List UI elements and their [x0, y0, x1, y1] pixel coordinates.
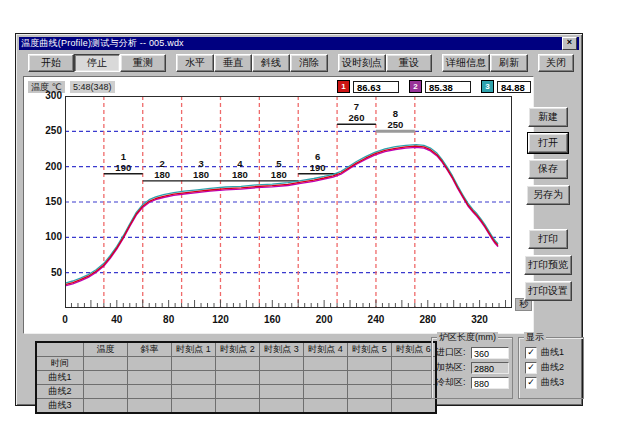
x-axis-tick-label: 240: [360, 314, 392, 325]
inlet-zone-field[interactable]: 360: [471, 347, 509, 359]
cooling-zone-field[interactable]: 880: [471, 377, 509, 389]
table-cell: [84, 385, 128, 399]
curve1-row: ✓曲线1: [525, 346, 564, 359]
measurement-table: 温度斜率时刻点 1时刻点 2时刻点 3时刻点 4时刻点 5时刻点 6时间曲线1曲…: [35, 341, 437, 414]
table-cell: [128, 385, 172, 399]
x-axis-tick-label: 160: [256, 314, 288, 325]
x-axis-tick-label: 0: [49, 314, 81, 325]
heating-zone-row: 加热区:2880: [436, 361, 509, 374]
curve3-checkbox-label: 曲线3: [541, 376, 564, 389]
curve1-checkbox[interactable]: ✓: [525, 347, 537, 359]
table-cell: [348, 357, 392, 371]
side-button-print-preview[interactable]: 打印预览: [524, 255, 572, 275]
channel-2-swatch: 2: [409, 80, 422, 93]
oven-zone-panel: 炉区长度(mm) 进口区:360加热区:2880冷却区:880: [431, 337, 513, 399]
toolbar-button-reset[interactable]: 重设: [386, 54, 432, 72]
zone-number-label: 8: [393, 108, 398, 119]
zone-setpoint-label: 180: [232, 169, 248, 180]
side-button-save-as[interactable]: 另存为: [526, 185, 570, 205]
screen: 温度曲线(Profile)测试与分析 -- 005.wdx × 开始停止重测水平…: [0, 0, 621, 438]
table-column-header: 时刻点 1: [172, 342, 216, 357]
y-axis-tick-label: 50: [34, 267, 62, 278]
table-cell: [84, 371, 128, 385]
toolbar-button-refresh[interactable]: 刷新: [490, 54, 528, 72]
toolbar-button-erase[interactable]: 消除: [290, 54, 328, 72]
toolbar-button-vertical[interactable]: 垂直: [214, 54, 252, 72]
toolbar-button-set-time-points[interactable]: 设时刻点: [338, 54, 386, 72]
x-axis-tick-label: 280: [412, 314, 444, 325]
zone-number-label: 1: [121, 151, 127, 162]
table-cell: [128, 357, 172, 371]
zone-setpoint-label: 190: [115, 162, 131, 173]
side-button-print-setup[interactable]: 打印设置: [524, 281, 572, 301]
heating-zone-field[interactable]: 2880: [471, 362, 509, 374]
x-axis-tick-label: 120: [204, 314, 236, 325]
x-axis-tick-label: 40: [101, 314, 133, 325]
table-column-header: 时刻点 2: [216, 342, 260, 357]
table-cell: [304, 371, 348, 385]
heating-zone-label: 加热区:: [436, 361, 471, 374]
table-cell: [392, 371, 437, 385]
table-cell: [216, 357, 260, 371]
temperature-plot: 11902180318041805180619072608250: [65, 96, 512, 308]
table-cell: [128, 399, 172, 414]
side-button-save[interactable]: 保存: [528, 159, 568, 179]
table-cell: [172, 357, 216, 371]
display-panel-title: 显示: [524, 332, 546, 342]
toolbar: 开始停止重测水平垂直斜线消除设时刻点重设详细信息刷新关闭: [19, 52, 579, 73]
side-button-print[interactable]: 打印: [528, 229, 568, 249]
table-cell: [348, 385, 392, 399]
table-row: 曲线1: [36, 371, 436, 385]
toolbar-button-start[interactable]: 开始: [28, 54, 74, 72]
table-cell: [260, 399, 304, 414]
channel-1-readout: 186.63: [337, 80, 399, 93]
toolbar-button-stop[interactable]: 停止: [74, 54, 120, 72]
curve2-checkbox[interactable]: ✓: [525, 362, 537, 374]
table-row-header: 曲线2: [36, 385, 84, 399]
table-cell: [128, 371, 172, 385]
table-column-header: 斜率: [128, 342, 172, 357]
x-axis-tick-label: 200: [308, 314, 340, 325]
zone-number-label: 2: [160, 158, 165, 169]
display-panel: 显示 ✓曲线1✓曲线2✓曲线3: [518, 337, 584, 399]
table-row: 时间: [36, 357, 436, 371]
table-column-header: 时刻点 4: [304, 342, 348, 357]
curve3-checkbox[interactable]: ✓: [525, 377, 537, 389]
inlet-zone-row: 进口区:360: [436, 346, 509, 359]
table-row-header: 时间: [36, 357, 84, 371]
y-axis-tick-label: 150: [34, 196, 62, 207]
title-bar: 温度曲线(Profile)测试与分析 -- 005.wdx ×: [19, 37, 579, 50]
zone-setpoint-label: 260: [349, 112, 365, 123]
zone-setpoint-label: 180: [154, 169, 170, 180]
table-cell: [84, 357, 128, 371]
cooling-zone-row: 冷却区:880: [436, 376, 509, 389]
oven-zone-panel-title: 炉区长度(mm): [437, 332, 498, 342]
channel-2-readout: 285.38: [409, 80, 471, 93]
y-axis-tick-label: 200: [34, 161, 62, 172]
table-cell: [260, 371, 304, 385]
table-cell: [304, 385, 348, 399]
zone-number-label: 6: [315, 151, 320, 162]
table-cell: [172, 371, 216, 385]
zone-number-label: 7: [354, 101, 359, 112]
close-icon[interactable]: ×: [562, 37, 577, 50]
zone-number-label: 5: [276, 158, 282, 169]
file-button-column: 新建打开保存另存为打印打印预览打印设置: [517, 76, 579, 332]
table-column-header: 时刻点 5: [348, 342, 392, 357]
toolbar-button-remeasure[interactable]: 重测: [120, 54, 166, 72]
table-row: 曲线3: [36, 399, 436, 414]
inlet-zone-label: 进口区:: [436, 346, 471, 359]
bottom-area: 温度斜率时刻点 1时刻点 2时刻点 3时刻点 4时刻点 5时刻点 6时间曲线1曲…: [19, 337, 579, 402]
table-column-header: 温度: [84, 342, 128, 357]
side-button-open[interactable]: 打开: [528, 133, 568, 153]
table-cell: [392, 385, 437, 399]
side-button-new[interactable]: 新建: [528, 107, 568, 127]
x-axis-tick-label: 320: [464, 314, 496, 325]
toolbar-button-horizontal[interactable]: 水平: [176, 54, 214, 72]
table-row: 曲线2: [36, 385, 436, 399]
cooling-zone-label: 冷却区:: [436, 376, 471, 389]
curve3-row: ✓曲线3: [525, 376, 564, 389]
toolbar-button-slope-line[interactable]: 斜线: [252, 54, 290, 72]
toolbar-button-details[interactable]: 详细信息: [442, 54, 490, 72]
toolbar-button-close-window[interactable]: 关闭: [538, 54, 574, 72]
